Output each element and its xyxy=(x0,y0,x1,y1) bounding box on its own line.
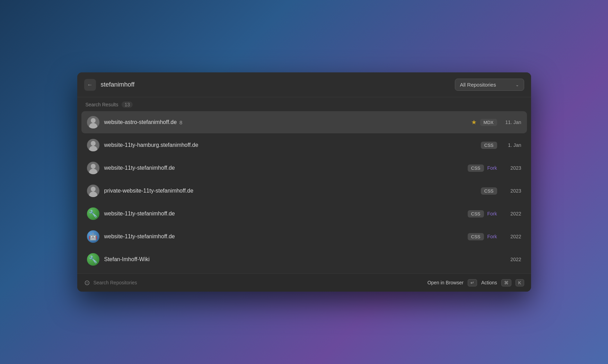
open-in-browser-label[interactable]: Open in Browser xyxy=(428,280,464,285)
avatar xyxy=(87,162,99,174)
list-item[interactable]: website-11ty-stefanimhoff.de CSS Fork 20… xyxy=(81,157,527,179)
language-badge: CSS xyxy=(481,142,497,149)
repo-meta: CSS Fork 2022 xyxy=(468,210,521,217)
repo-meta: 2022 xyxy=(501,257,521,262)
back-button[interactable]: ← xyxy=(84,79,96,91)
star-icon: ★ xyxy=(471,118,477,126)
cmd-key-badge: ⌘ xyxy=(501,279,511,286)
search-modal: ← All Repositories ⌄ Search Results 13 w… xyxy=(77,72,531,292)
language-badge: CSS xyxy=(481,187,497,195)
fork-badge: Fork xyxy=(487,165,497,171)
language-badge: CSS xyxy=(468,165,484,172)
results-label: Search Results xyxy=(86,102,118,107)
results-header: Search Results 13 xyxy=(77,97,531,111)
list-item[interactable]: 🔧 Stefan-Imhoff-Wiki 2022 xyxy=(81,248,527,270)
footer-search-label: Search Repositories xyxy=(94,280,428,285)
avatar: 🔧 xyxy=(87,253,99,266)
enter-key-badge: ↵ xyxy=(468,279,477,286)
github-icon: ⊙ xyxy=(84,278,90,287)
avatar xyxy=(87,185,99,197)
repo-name: website-11ty-stefanimhoff.de xyxy=(104,211,463,217)
list-item[interactable]: 🤖 website-11ty-stefanimhoff.de CSS Fork … xyxy=(81,225,527,248)
repo-meta: CSS Fork 2023 xyxy=(468,165,521,172)
list-item[interactable]: website-11ty-hamburg.stefanimhoff.de CSS… xyxy=(81,134,527,156)
language-badge: MDX xyxy=(480,119,497,126)
modal-header: ← All Repositories ⌄ xyxy=(77,72,531,97)
repo-name: website-11ty-stefanimhoff.de xyxy=(104,165,463,171)
repository-filter-dropdown[interactable]: All Repositories ⌄ xyxy=(455,79,524,91)
avatar xyxy=(87,116,99,128)
repo-name: Stefan-Imhoff-Wiki xyxy=(104,256,496,263)
fork-badge: Fork xyxy=(487,234,497,239)
repo-date: 2022 xyxy=(501,211,521,216)
avatar: 🔧 xyxy=(87,207,99,220)
repo-meta: CSS Fork 2022 xyxy=(468,233,521,240)
footer-actions: Open in Browser ↵ Actions ⌘ K xyxy=(428,279,524,286)
chevron-down-icon: ⌄ xyxy=(516,82,519,87)
modal-footer: ⊙ Search Repositories Open in Browser ↵ … xyxy=(77,273,531,292)
repo-name-group: website-astro-stefanimhoff.de 8 xyxy=(104,119,183,125)
actions-label[interactable]: Actions xyxy=(481,280,497,285)
repo-meta: CSS 1. Jan xyxy=(481,142,521,149)
repo-date: 2022 xyxy=(501,234,521,239)
repo-stars: 8 xyxy=(179,119,182,125)
repo-name: website-astro-stefanimhoff.de xyxy=(104,119,177,125)
search-input[interactable] xyxy=(101,81,450,88)
filter-label: All Repositories xyxy=(460,82,496,88)
repo-meta: CSS 2023 xyxy=(481,187,521,195)
language-badge: CSS xyxy=(468,210,484,217)
avatar xyxy=(87,139,99,151)
repo-date: 1. Jan xyxy=(501,142,521,148)
avatar: 🤖 xyxy=(87,230,99,243)
repo-name: website-11ty-hamburg.stefanimhoff.de xyxy=(104,142,476,148)
repo-date: 2022 xyxy=(501,257,521,262)
repo-name: website-11ty-stefanimhoff.de xyxy=(104,233,463,240)
repo-meta: ★ MDX 11. Jan xyxy=(471,118,521,126)
k-key-badge: K xyxy=(516,279,524,286)
list-item[interactable]: website-astro-stefanimhoff.de 8 ★ MDX 11… xyxy=(81,111,527,133)
repo-name: private-website-11ty-stefanimhoff.de xyxy=(104,188,476,194)
fork-badge: Fork xyxy=(487,211,497,216)
language-badge: CSS xyxy=(468,233,484,240)
results-list: website-astro-stefanimhoff.de 8 ★ MDX 11… xyxy=(77,111,531,270)
repo-date: 2023 xyxy=(501,165,521,171)
results-count: 13 xyxy=(122,101,133,108)
list-item[interactable]: 🔧 website-11ty-stefanimhoff.de CSS Fork … xyxy=(81,203,527,225)
repo-date: 2023 xyxy=(501,188,521,194)
repo-date: 11. Jan xyxy=(501,119,521,125)
list-item[interactable]: private-website-11ty-stefanimhoff.de CSS… xyxy=(81,180,527,202)
